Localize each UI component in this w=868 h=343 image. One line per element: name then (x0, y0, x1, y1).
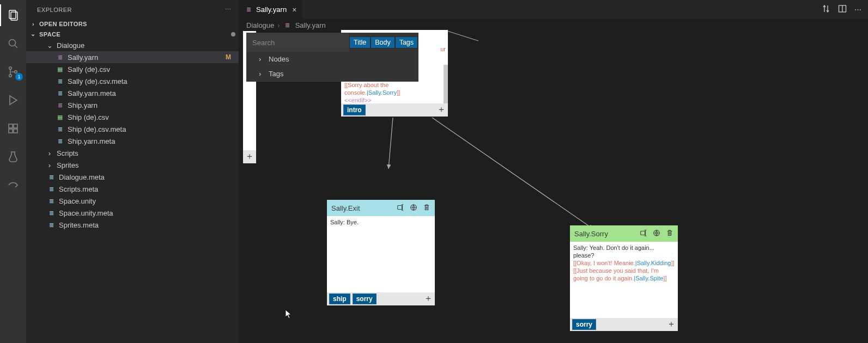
node-header[interactable]: Sally.Exit (327, 200, 435, 216)
scrollbar[interactable] (444, 65, 448, 103)
csv-file-icon: ▦ (56, 65, 64, 74)
rename-icon[interactable] (640, 229, 647, 238)
breadcrumb-file[interactable]: Sally.yarn (295, 21, 326, 29)
file-label: Space.unity (59, 197, 96, 205)
file-dialogue-meta[interactable]: ≣ Dialogue.meta (26, 171, 239, 183)
tag-sorry[interactable]: sorry (572, 319, 596, 330)
file-label: Sally.yarn (68, 53, 98, 62)
trash-icon[interactable] (666, 229, 673, 238)
file-label: Ship.yarn.meta (68, 137, 115, 145)
folder-label: Scripts (57, 149, 78, 157)
file-sally-de-csv-meta[interactable]: ≣ Sally (de).csv.meta (26, 75, 239, 87)
svg-point-6 (15, 71, 17, 74)
file-ship-yarn-meta[interactable]: ≣ Ship.yarn.meta (26, 135, 239, 147)
csv-file-icon: ▦ (56, 113, 64, 121)
close-icon[interactable]: × (292, 5, 296, 14)
yarn-file-icon: ≣ (56, 101, 64, 109)
panel-section-tags[interactable]: › Tags (247, 66, 418, 81)
tag-ship[interactable]: ship (329, 293, 350, 304)
svg-rect-1 (11, 12, 17, 20)
graph-node-sally-exit[interactable]: Sally.Exit Sally: Bye. ship sorry ＋ (327, 200, 435, 305)
meta-file-icon: ≣ (56, 77, 64, 85)
svg-point-4 (9, 67, 12, 70)
node-body-text: Sally: Bye. (330, 219, 359, 225)
explorer-sidebar: EXPLORER ⋯ › OPEN EDITORS ⌄ SPACE ⌄ Dial… (26, 0, 239, 343)
file-sally-yarn-meta[interactable]: ≣ Sally.yarn.meta (26, 87, 239, 99)
code-line: [[Just because you said that, I'm going … (573, 267, 675, 282)
source-control-icon[interactable]: 1 (0, 61, 26, 83)
file-label: Sally (de).csv.meta (68, 77, 128, 85)
file-sally-de-csv[interactable]: ▦ Sally (de).csv (26, 63, 239, 75)
extensions-icon[interactable] (0, 118, 26, 139)
globe-icon[interactable] (410, 204, 417, 213)
filter-body-button[interactable]: Body (371, 36, 395, 48)
add-tag-button[interactable]: ＋ (245, 152, 254, 161)
svg-rect-11 (14, 129, 17, 133)
file-label: Space.unity.meta (59, 209, 113, 217)
chevron-right-icon: › (46, 161, 53, 169)
testing-icon[interactable] (0, 146, 26, 168)
editor-title-actions: ⋯ (822, 0, 868, 19)
panel-nodes-label: Nodes (269, 55, 289, 63)
file-sally-yarn[interactable]: ≣ Sally.yarn M (26, 51, 239, 63)
rename-icon[interactable] (397, 204, 404, 213)
file-space-unity-meta[interactable]: ≣ Space.unity.meta (26, 207, 239, 219)
svg-marker-7 (10, 96, 17, 105)
chevron-right-icon: › (29, 21, 37, 27)
code-line: [[Okay, I won't! Meanie.|Sally.Kidding]] (573, 259, 675, 267)
file-ship-de-csv-meta[interactable]: ≣ Ship (de).csv.meta (26, 123, 239, 135)
svg-point-2 (9, 40, 16, 46)
open-editors-section[interactable]: › OPEN EDITORS (26, 19, 239, 29)
breadcrumb-dialogue[interactable]: Dialogue (246, 21, 274, 29)
graph-node-sally-sorry[interactable]: Sally.Sorry Sally: Yeah. Don't do it aga… (570, 225, 678, 331)
run-debug-icon[interactable] (0, 89, 26, 111)
modified-badge: M (226, 53, 231, 61)
search-icon[interactable] (0, 33, 26, 54)
code-line: [[Sorry about the console.|Sally.Sorry]] (344, 81, 445, 96)
file-label: Sally (de).csv (68, 65, 110, 74)
file-label: Scripts.meta (59, 185, 98, 193)
add-tag-button[interactable]: ＋ (437, 106, 446, 114)
meta-file-icon: ≣ (47, 220, 56, 229)
node-title: Sally.Exit (331, 204, 360, 212)
workspace-section[interactable]: ⌄ SPACE (26, 29, 239, 39)
compare-changes-icon[interactable] (822, 4, 830, 15)
meta-file-icon: ≣ (56, 125, 64, 133)
workspace-label: SPACE (39, 31, 60, 38)
yarn-file-icon: ≣ (244, 5, 253, 14)
trash-icon[interactable] (423, 204, 430, 213)
panel-section-nodes[interactable]: › Nodes (247, 52, 418, 66)
yarn-file-icon: ≣ (283, 21, 292, 29)
tag-sorry[interactable]: sorry (353, 293, 377, 304)
tag-intro[interactable]: intro (343, 105, 366, 115)
node-body-text: Sally: Yeah. Don't do it again... please… (573, 244, 675, 259)
meta-file-icon: ≣ (56, 137, 64, 145)
folder-scripts[interactable]: › Scripts (26, 147, 239, 159)
more-actions-icon[interactable]: ⋯ (854, 5, 861, 14)
tab-sally-yarn[interactable]: ≣ Sally.yarn × (239, 0, 302, 19)
chevron-right-icon: › (259, 55, 265, 63)
file-scripts-meta[interactable]: ≣ Scripts.meta (26, 183, 239, 195)
workspace-actions (231, 32, 235, 36)
file-ship-de-csv[interactable]: ▦ Ship (de).csv (26, 111, 239, 123)
filter-tags-button[interactable]: Tags (395, 36, 418, 48)
file-ship-yarn[interactable]: ≣ Ship.yarn (26, 99, 239, 111)
breadcrumb[interactable]: Dialogue › ≣ Sally.yarn (239, 19, 868, 31)
node-header[interactable]: Sally.Sorry (570, 225, 678, 242)
file-sprites-meta[interactable]: ≣ Sprites.meta (26, 219, 239, 231)
folder-dialogue[interactable]: ⌄ Dialogue (26, 39, 239, 51)
add-tag-button[interactable]: ＋ (424, 295, 433, 303)
graph-search-input[interactable] (247, 33, 349, 52)
folder-sprites[interactable]: › Sprites (26, 159, 239, 171)
explorer-actions-icon[interactable]: ⋯ (225, 6, 232, 13)
dirty-indicator-icon (231, 32, 235, 36)
filter-title-button[interactable]: Title (349, 36, 371, 48)
globe-icon[interactable] (653, 229, 660, 238)
file-space-unity[interactable]: ≣ Space.unity (26, 195, 239, 207)
activity-bar: 1 (0, 0, 26, 343)
node-title: Sally.Sorry (574, 230, 608, 238)
explorer-icon[interactable] (0, 4, 26, 26)
add-tag-button[interactable]: ＋ (667, 320, 676, 329)
split-editor-icon[interactable] (838, 4, 847, 15)
share-icon[interactable] (0, 174, 26, 196)
